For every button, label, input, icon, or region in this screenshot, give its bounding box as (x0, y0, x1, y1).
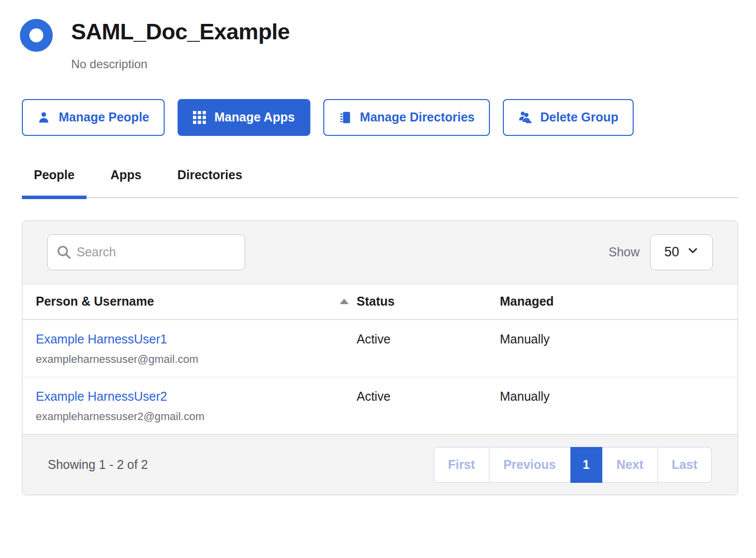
person-link[interactable]: Example HarnessUser1 (36, 332, 167, 346)
manage-apps-label: Manage Apps (214, 110, 295, 124)
group-ring-icon (20, 19, 53, 52)
pagination-last-button[interactable]: Last (658, 447, 712, 483)
person-icon (37, 111, 50, 124)
tab-apps[interactable]: Apps (98, 168, 154, 197)
page-size-select[interactable]: 50 (650, 234, 713, 270)
result-summary: Showing 1 - 2 of 2 (48, 457, 148, 472)
action-button-row: Manage People Manage Apps Manage Directo… (22, 99, 756, 136)
directory-icon (339, 111, 352, 124)
person-email: exampleharnessuser@gmail.com (36, 353, 357, 366)
status-value: Active (357, 332, 500, 377)
column-person-username[interactable]: Person & Username (36, 294, 357, 309)
page-title: SAML_Doc_Example (71, 19, 290, 45)
table-toolbar: Show 50 (22, 221, 738, 284)
status-value: Active (357, 389, 500, 434)
group-description: No description (71, 57, 290, 71)
table-header-row: Person & Username Status Managed (22, 284, 738, 320)
tab-people[interactable]: People (22, 168, 87, 197)
person-email: exampleharnessuser2@gmail.com (36, 410, 357, 423)
pagination: First Previous 1 Next Last (434, 447, 712, 483)
column-status[interactable]: Status (357, 294, 500, 309)
page-size-value: 50 (664, 244, 679, 260)
tab-bar: People Apps Directories (22, 168, 738, 198)
manage-apps-button[interactable]: Manage Apps (178, 99, 310, 136)
delete-group-label: Delete Group (540, 110, 618, 124)
manage-directories-label: Manage Directories (360, 110, 475, 124)
table-row: Example HarnessUser2 exampleharnessuser2… (22, 377, 738, 435)
pagination-first-button[interactable]: First (434, 447, 489, 483)
managed-value: Manually (500, 389, 738, 434)
manage-directories-button[interactable]: Manage Directories (323, 99, 490, 136)
sort-ascending-icon (340, 299, 349, 304)
people-table-panel: Show 50 Person & Username Status Managed… (22, 221, 738, 495)
tab-directories[interactable]: Directories (165, 168, 254, 197)
column-managed[interactable]: Managed (500, 294, 738, 309)
delete-group-button[interactable]: Delete Group (503, 99, 634, 136)
search-icon (56, 244, 73, 263)
group-header: SAML_Doc_Example No description (20, 19, 756, 71)
show-label: Show (608, 245, 640, 259)
manage-people-label: Manage People (59, 110, 149, 124)
remove-group-icon (518, 111, 532, 124)
grid-icon (193, 111, 206, 124)
manage-people-button[interactable]: Manage People (22, 99, 165, 136)
table-footer: Showing 1 - 2 of 2 First Previous 1 Next… (22, 435, 738, 495)
pagination-page-1-button[interactable]: 1 (570, 447, 603, 483)
person-link[interactable]: Example HarnessUser2 (36, 389, 167, 403)
chevron-down-icon (687, 244, 699, 260)
table-row: Example HarnessUser1 exampleharnessuser@… (22, 320, 738, 377)
search-input[interactable] (47, 234, 245, 270)
pagination-previous-button[interactable]: Previous (489, 447, 570, 483)
managed-value: Manually (500, 332, 738, 377)
pagination-next-button[interactable]: Next (602, 447, 658, 483)
